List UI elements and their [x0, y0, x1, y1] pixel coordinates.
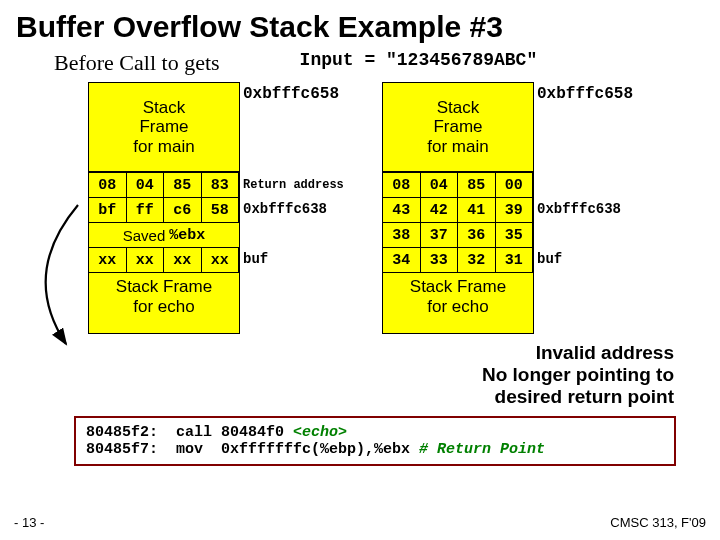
- page-number: - 13 -: [14, 515, 44, 530]
- addr-top-before: 0xbfffc658: [243, 85, 339, 103]
- byte: xx: [164, 248, 202, 272]
- code-l1a: 80485f2: call 80484f0: [86, 424, 293, 441]
- echo-frame-before: Stack Frame for echo: [88, 273, 240, 334]
- byte: 37: [421, 223, 459, 247]
- byte: 31: [496, 248, 534, 272]
- main-frame-text: Stack Frame for main: [427, 98, 488, 157]
- after-row-1: 43 42 41 39 0xbfffc638: [383, 197, 533, 222]
- code-l1b: <echo>: [293, 424, 347, 441]
- byte: 43: [383, 198, 421, 222]
- slide-title: Buffer Overflow Stack Example #3: [16, 10, 704, 44]
- byte: c6: [164, 198, 202, 222]
- byte: 41: [458, 198, 496, 222]
- byte: 08: [383, 173, 421, 197]
- input-heading: Input = "123456789ABC": [300, 50, 538, 76]
- saved-reg: %ebx: [169, 227, 205, 244]
- byte: xx: [202, 248, 240, 272]
- before-buf-row: xx xx xx xx buf: [89, 247, 239, 272]
- main-frame-text: Stack Frame for main: [133, 98, 194, 157]
- byte: 85: [458, 173, 496, 197]
- after-row-0: 08 04 85 00: [383, 172, 533, 197]
- byte: 34: [383, 248, 421, 272]
- main-frame-before: Stack Frame for main 0xbfffc658: [88, 82, 240, 172]
- byte: 85: [164, 173, 202, 197]
- addr-top-after: 0xbfffc658: [537, 85, 633, 103]
- row-note: buf: [537, 251, 562, 267]
- echo-frame-text: Stack Frame for echo: [116, 277, 212, 316]
- byte: bf: [89, 198, 127, 222]
- byte: 00: [496, 173, 534, 197]
- byte: ff: [127, 198, 165, 222]
- byte: 04: [421, 173, 459, 197]
- byte: 83: [202, 173, 240, 197]
- before-heading: Before Call to gets: [54, 50, 220, 76]
- byte: 42: [421, 198, 459, 222]
- row-note: buf: [243, 251, 268, 267]
- code-l2b: # Return Point: [419, 441, 545, 458]
- byte: xx: [127, 248, 165, 272]
- byte: xx: [89, 248, 127, 272]
- row-note: 0xbfffc638: [537, 201, 621, 217]
- byte: 04: [127, 173, 165, 197]
- byte: 39: [496, 198, 534, 222]
- echo-frame-after: Stack Frame for echo: [382, 273, 534, 334]
- saved-label: Saved: [123, 227, 166, 244]
- course-footer: CMSC 313, F'09: [610, 515, 706, 530]
- before-row-1: bf ff c6 58 0xbfffc638: [89, 197, 239, 222]
- stack-after: Stack Frame for main 0xbfffc658 08 04 85…: [382, 82, 534, 334]
- byte: 38: [383, 223, 421, 247]
- byte: 58: [202, 198, 240, 222]
- byte: 33: [421, 248, 459, 272]
- byte: 32: [458, 248, 496, 272]
- after-row-3: 34 33 32 31 buf: [383, 247, 533, 272]
- stack-before: Stack Frame for main 0xbfffc658 08 04 85…: [88, 82, 240, 334]
- after-row-2: 38 37 36 35: [383, 222, 533, 247]
- byte: 36: [458, 223, 496, 247]
- echo-frame-text: Stack Frame for echo: [410, 277, 506, 316]
- byte: 08: [89, 173, 127, 197]
- row-note: Return address: [243, 178, 344, 192]
- disassembly-box: 80485f2: call 80484f0 <echo> 80485f7: mo…: [74, 416, 676, 466]
- before-row-0: 08 04 85 83 Return address: [89, 172, 239, 197]
- main-frame-after: Stack Frame for main 0xbfffc658: [382, 82, 534, 172]
- byte: 35: [496, 223, 534, 247]
- invalid-note: Invalid address No longer pointing to de…: [16, 342, 674, 408]
- saved-ebx-row: Saved %ebx: [89, 222, 239, 247]
- row-note: 0xbfffc638: [243, 201, 327, 217]
- code-l2a: 80485f7: mov 0xfffffffc(%ebp),%ebx: [86, 441, 419, 458]
